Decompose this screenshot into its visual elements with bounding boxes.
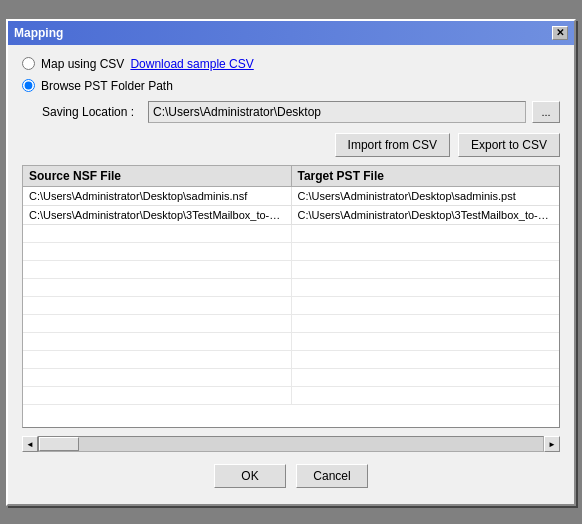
ok-button[interactable]: OK: [214, 464, 286, 488]
map-using-csv-radio[interactable]: [22, 57, 35, 70]
mapping-dialog: Mapping ✕ Map using CSV Download sample …: [6, 19, 576, 506]
browse-option-row: Browse PST Folder Path: [22, 79, 560, 93]
scroll-thumb[interactable]: [39, 437, 79, 451]
export-to-csv-button[interactable]: Export to CSV: [458, 133, 560, 157]
source-cell: C:\Users\Administrator\Desktop\sadminis.…: [23, 187, 292, 205]
horizontal-scrollbar: ◄ ►: [22, 436, 560, 452]
import-from-csv-button[interactable]: Import from CSV: [335, 133, 450, 157]
empty-row: [23, 243, 559, 261]
download-sample-csv-link[interactable]: Download sample CSV: [130, 57, 253, 71]
empty-row: [23, 369, 559, 387]
import-export-row: Import from CSV Export to CSV: [22, 133, 560, 157]
empty-row: [23, 225, 559, 243]
browse-pst-radio[interactable]: [22, 79, 35, 92]
table-header: Source NSF File Target PST File: [23, 166, 559, 187]
target-cell: C:\Users\Administrator\Desktop\sadminis.…: [292, 187, 560, 205]
cancel-button[interactable]: Cancel: [296, 464, 368, 488]
saving-location-row: Saving Location : ...: [42, 101, 560, 123]
bottom-buttons: OK Cancel: [22, 464, 560, 492]
empty-row: [23, 279, 559, 297]
empty-row: [23, 297, 559, 315]
empty-row: [23, 333, 559, 351]
mapping-table: Source NSF File Target PST File C:\Users…: [22, 165, 560, 428]
scroll-track[interactable]: [38, 436, 544, 452]
source-cell: C:\Users\Administrator\Desktop\3TestMail…: [23, 206, 292, 224]
empty-row: [23, 351, 559, 369]
table-row[interactable]: C:\Users\Administrator\Desktop\3TestMail…: [23, 206, 559, 225]
table-body[interactable]: C:\Users\Administrator\Desktop\sadminis.…: [23, 187, 559, 427]
col-source-header: Source NSF File: [23, 166, 292, 186]
browse-section: Browse PST Folder Path Saving Location :…: [22, 79, 560, 123]
dialog-title: Mapping: [14, 26, 63, 40]
empty-row: [23, 315, 559, 333]
browse-pst-label[interactable]: Browse PST Folder Path: [41, 79, 173, 93]
scroll-right-arrow[interactable]: ►: [544, 436, 560, 452]
empty-row: [23, 387, 559, 405]
map-using-csv-label[interactable]: Map using CSV: [41, 57, 124, 71]
dialog-body: Map using CSV Download sample CSV Browse…: [8, 45, 574, 504]
browse-button[interactable]: ...: [532, 101, 560, 123]
csv-option-row: Map using CSV Download sample CSV: [22, 57, 560, 71]
title-bar: Mapping ✕: [8, 21, 574, 45]
scroll-left-arrow[interactable]: ◄: [22, 436, 38, 452]
close-button[interactable]: ✕: [552, 26, 568, 40]
saving-location-label: Saving Location :: [42, 105, 142, 119]
saving-location-input[interactable]: [148, 101, 526, 123]
target-cell: C:\Users\Administrator\Desktop\3TestMail…: [292, 206, 560, 224]
col-target-header: Target PST File: [292, 166, 560, 186]
empty-row: [23, 261, 559, 279]
table-row[interactable]: C:\Users\Administrator\Desktop\sadminis.…: [23, 187, 559, 206]
